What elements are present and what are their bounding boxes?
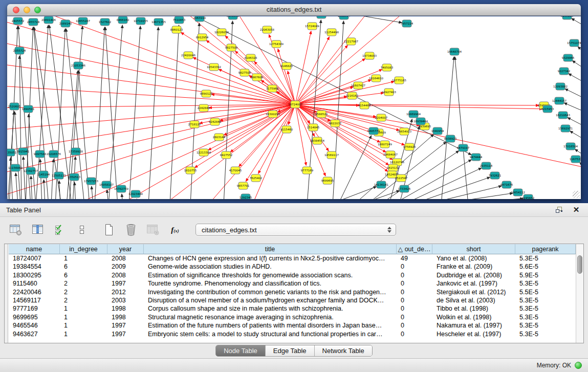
- table-cell[interactable]: 5.3E-5: [515, 313, 576, 321]
- table-cell[interactable]: 1: [60, 313, 107, 321]
- table-cell[interactable]: 5.9E-5: [515, 271, 576, 279]
- table-row[interactable]: 1456911722003Disruption of a novel membe…: [9, 296, 576, 304]
- column-header-4[interactable]: △ out_de…: [397, 244, 432, 254]
- window-titlebar[interactable]: citations_edges.txt: [7, 4, 581, 16]
- column-header-2[interactable]: year: [107, 244, 144, 254]
- column-header-1[interactable]: in_degree: [60, 244, 107, 254]
- table-cell[interactable]: 5.3E-5: [515, 330, 576, 338]
- select-column-button[interactable]: [30, 223, 46, 237]
- table-cell[interactable]: Franke et al. (2009): [432, 262, 515, 271]
- table-cell[interactable]: Estimation of significance thresholds fo…: [144, 271, 397, 279]
- table-cell[interactable]: Tibbo et al. (1998): [432, 304, 515, 313]
- graph-node[interactable]: [317, 16, 326, 18]
- table-cell[interactable]: Jankovic et al. (1997): [432, 279, 515, 288]
- table-cell[interactable]: 5.6E-5: [515, 262, 576, 271]
- table-cell[interactable]: Embryonic stem cells: a model to study s…: [144, 330, 397, 338]
- table-row[interactable]: 1872400712008Changes of HCN gene express…: [9, 254, 576, 262]
- table-row[interactable]: 946362711997Embryonic stem cells: a mode…: [9, 330, 576, 338]
- tab-network-table[interactable]: Network Table: [315, 345, 372, 356]
- table-cell[interactable]: 49: [397, 254, 432, 262]
- table-cell[interactable]: 1997: [107, 330, 144, 338]
- table-cell[interactable]: 0: [397, 288, 432, 296]
- delete-rows-trash-button[interactable]: [123, 223, 139, 237]
- table-cell[interactable]: Changes of HCN gene expression and I(f) …: [144, 254, 397, 262]
- table-cell[interactable]: Disruption of a novel member of a sodium…: [144, 296, 397, 304]
- table-selector-dropdown[interactable]: citations_edges.txt: [195, 224, 396, 236]
- scrollbar-thumb[interactable]: [577, 255, 582, 274]
- delete-table-button-disabled[interactable]: [145, 223, 161, 237]
- table-cell[interactable]: 1998: [107, 313, 144, 321]
- table-cell[interactable]: Genome-wide association studies in ADHD.: [144, 262, 397, 271]
- table-row[interactable]: 1938455462009Genome-wide association stu…: [9, 262, 576, 271]
- table-cell[interactable]: 9463627: [9, 330, 60, 338]
- table-cell[interactable]: 0: [397, 313, 432, 321]
- close-window-button[interactable]: [13, 7, 19, 13]
- table-cell[interactable]: 2: [60, 296, 107, 304]
- table-cell[interactable]: 9115460: [9, 279, 60, 288]
- minimize-window-button[interactable]: [24, 7, 30, 13]
- table-settings-button[interactable]: [8, 223, 24, 237]
- table-cell[interactable]: 0: [397, 304, 432, 313]
- table-cell[interactable]: 0: [397, 321, 432, 330]
- table-cell[interactable]: 2003: [107, 296, 144, 304]
- table-cell[interactable]: 2009: [107, 262, 144, 271]
- table-cell[interactable]: Corpus callosum shape and size in male p…: [144, 304, 397, 313]
- table-cell[interactable]: 0: [397, 279, 432, 288]
- table-cell[interactable]: 1: [60, 330, 107, 338]
- table-cell[interactable]: 0: [397, 262, 432, 271]
- table-cell[interactable]: 1: [60, 254, 107, 262]
- table-cell[interactable]: 18300295: [9, 271, 60, 279]
- table-row[interactable]: 2242004622012Investigating the contribut…: [9, 288, 576, 296]
- table-cell[interactable]: 5.3E-5: [515, 304, 576, 313]
- table-cell[interactable]: 2008: [107, 254, 144, 262]
- table-cell[interactable]: Investigating the contribution of common…: [144, 288, 397, 296]
- table-cell[interactable]: 2: [60, 279, 107, 288]
- column-header-5[interactable]: short: [432, 244, 515, 254]
- tab-edge-table[interactable]: Edge Table: [266, 345, 315, 356]
- table-cell[interactable]: Structural magnetic resonance image aver…: [144, 313, 397, 321]
- table-cell[interactable]: Stergiakouli et al. (2012): [432, 288, 515, 296]
- vertical-scrollbar[interactable]: [576, 244, 583, 343]
- table-cell[interactable]: 1: [60, 321, 107, 330]
- table-cell[interactable]: 5.5E-5: [515, 288, 576, 296]
- table-cell[interactable]: Wolkin et al. (1998): [432, 313, 515, 321]
- table-cell[interactable]: 0: [397, 330, 432, 338]
- table-cell[interactable]: 6: [60, 271, 107, 279]
- table-row[interactable]: 911546021997Tourette syndrome. Phenomeno…: [9, 279, 576, 288]
- table-cell[interactable]: de Silva et al. (2003): [432, 296, 515, 304]
- table-row[interactable]: 946554611997Estimation of the future num…: [9, 321, 576, 330]
- row-options-button[interactable]: [74, 223, 90, 237]
- table-row[interactable]: 1830029562008Estimation of significance …: [9, 271, 576, 279]
- table-cell[interactable]: 9465546: [9, 321, 60, 330]
- table-cell[interactable]: 18724007: [9, 254, 60, 262]
- table-cell[interactable]: 2012: [107, 288, 144, 296]
- table-cell[interactable]: Hescheler et al. (1997): [432, 330, 515, 338]
- column-header-3[interactable]: title: [144, 244, 397, 254]
- table-cell[interactable]: 6: [60, 262, 107, 271]
- table-cell[interactable]: Nakamura et al. (1997): [432, 321, 515, 330]
- table-cell[interactable]: 1997: [107, 279, 144, 288]
- table-cell[interactable]: 19384554: [9, 262, 60, 271]
- table-cell[interactable]: Tourette syndrome. Phenomenology and cla…: [144, 279, 397, 288]
- table-cell[interactable]: 2008: [107, 271, 144, 279]
- network-canvas[interactable]: 1872400788601232242004689129541822605898…: [7, 16, 581, 199]
- table-cell[interactable]: 22420046: [9, 288, 60, 296]
- table-row[interactable]: 977716911998Corpus callosum shape and si…: [9, 304, 576, 313]
- new-table-button[interactable]: [101, 223, 117, 237]
- table-cell[interactable]: 2: [60, 288, 107, 296]
- column-header-6[interactable]: pagerank: [515, 244, 576, 254]
- table-cell[interactable]: Dudbridge et al. (2008): [432, 271, 515, 279]
- table-row[interactable]: 969969511998Structural magnetic resonanc…: [9, 313, 576, 321]
- function-builder-button[interactable]: f(x): [167, 223, 183, 237]
- table-cell[interactable]: 0: [397, 271, 432, 279]
- table-cell[interactable]: 9699695: [9, 313, 60, 321]
- close-panel-icon[interactable]: ✕: [572, 206, 581, 214]
- table-cell[interactable]: 9777169: [9, 304, 60, 313]
- table-cell[interactable]: 5.3E-5: [515, 296, 576, 304]
- table-cell[interactable]: 1998: [107, 304, 144, 313]
- table-cell[interactable]: 1: [60, 304, 107, 313]
- table-cell[interactable]: Yano et al. (2008): [432, 254, 515, 262]
- table-cell[interactable]: 5.3E-5: [515, 279, 576, 288]
- resize-grip[interactable]: [573, 191, 580, 198]
- float-panel-icon[interactable]: [554, 206, 563, 214]
